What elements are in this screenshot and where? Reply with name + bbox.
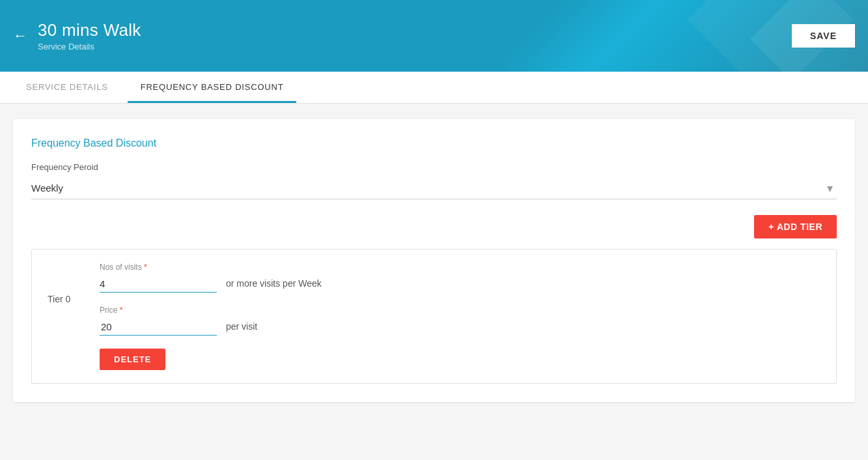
page-subtitle: Service Details — [38, 42, 792, 51]
frequency-period-label: Frequency Peroid — [31, 162, 837, 172]
nos-visits-input[interactable] — [100, 276, 217, 293]
tier-fields: Nos of visits * or more visits per Week … — [100, 263, 820, 370]
page-title: 30 mins Walk — [38, 20, 792, 40]
back-button[interactable]: ← — [13, 29, 27, 43]
page-header: ← 30 mins Walk Service Details SAVE — [0, 0, 868, 72]
tab-frequency-based-discount[interactable]: FREQUENCY BASED DISCOUNT — [128, 72, 297, 103]
main-content: Frequency Based Discount Frequency Peroi… — [0, 104, 868, 418]
price-label: Price * — [100, 306, 217, 315]
add-tier-row: + ADD TIER — [31, 215, 837, 238]
tier-box: Tier 0 Nos of visits * or more visits pe… — [31, 249, 837, 384]
delete-button[interactable]: DELETE — [100, 349, 165, 370]
tabs-bar: SERVICE DETAILS FREQUENCY BASED DISCOUNT — [0, 72, 868, 104]
nos-visits-row: Nos of visits * or more visits per Week — [100, 263, 820, 293]
nos-visits-field-group: Nos of visits * — [100, 263, 217, 293]
price-field-group: Price * — [100, 306, 217, 336]
price-input[interactable] — [100, 319, 217, 336]
nos-visits-suffix: or more visits per Week — [226, 278, 322, 293]
tab-service-details[interactable]: SERVICE DETAILS — [13, 72, 121, 103]
nos-visits-label: Nos of visits * — [100, 263, 217, 272]
content-card: Frequency Based Discount Frequency Peroi… — [13, 119, 855, 402]
price-suffix: per visit — [226, 321, 257, 336]
add-tier-button[interactable]: + ADD TIER — [754, 215, 837, 238]
section-title: Frequency Based Discount — [31, 137, 837, 149]
price-row: Price * per visit — [100, 306, 820, 336]
frequency-period-select-wrapper[interactable]: Weekly Monthly Daily ▾ — [31, 177, 837, 199]
tier-label: Tier 0 — [48, 263, 80, 304]
header-title-group: 30 mins Walk Service Details — [38, 20, 792, 51]
frequency-period-select[interactable]: Weekly Monthly Daily — [31, 177, 837, 199]
save-button[interactable]: SAVE — [792, 24, 855, 48]
